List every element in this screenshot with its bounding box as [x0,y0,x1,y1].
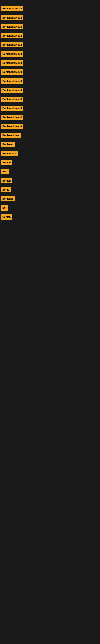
bottleneck-row: Bottleneck result [0,4,100,13]
bottleneck-badge[interactable]: Bottlen [1,214,12,220]
bottleneck-row: Bottlenec [0,194,100,203]
bottleneck-badge[interactable]: Bottleneck result [1,60,23,66]
bottleneck-row: Bottleneck result [0,31,100,40]
bottleneck-badge[interactable]: Bottleneck result [1,115,23,120]
bottleneck-row: Bottlen [0,212,100,222]
bottleneck-row: Bottleneck result [0,13,100,22]
empty-area [0,222,100,362]
items-container: Bottleneck resultBottleneck resultBottle… [0,3,100,222]
bottleneck-badge[interactable]: Bottleneck result [1,42,23,48]
bottleneck-badge[interactable]: Bottleneck result [1,15,23,20]
bottleneck-row: Bottleneck result [0,58,100,68]
bottleneck-row: Bottleneck result [0,94,100,104]
bottleneck-badge[interactable]: Bottleneck result [1,70,23,75]
bottleneck-badge[interactable]: Bottleneck res [1,133,21,138]
bottleneck-row: Bottle [0,185,100,194]
bottleneck-row: Bottleneck result [0,104,100,113]
bottleneck-badge[interactable]: Bottleneck result [1,88,23,93]
bottleneck-row: Bottleneck r [0,149,100,158]
cursor-line [2,364,2,368]
bottom-space [0,368,100,529]
bottleneck-row: Bottleneck result [0,49,100,58]
bottleneck-badge[interactable]: Bottleneck result [1,124,23,129]
page-content: Bottleneck resultBottleneck resultBottle… [0,0,100,529]
bottleneck-badge[interactable]: Bottlenec [1,142,15,147]
bottleneck-row: Bottleneck res [0,131,100,140]
bottleneck-badge[interactable]: Bottleneck r [1,151,18,156]
bottleneck-badge[interactable]: Bottleneck result [1,78,23,84]
bottleneck-badge[interactable]: Bottleneck result [1,96,23,102]
bottleneck-badge[interactable]: Bot [1,205,8,210]
bottleneck-badge[interactable]: Bottlenec [1,196,15,202]
bottleneck-row: Bott [0,167,100,176]
bottleneck-row: Bottleneck result [0,86,100,94]
bottleneck-row: Bottlen [0,176,100,185]
bottleneck-row: Bottleneck result [0,40,100,49]
bottleneck-row: Bottlen [0,158,100,167]
bottleneck-badge[interactable]: Bottlen [1,160,12,165]
bottleneck-badge[interactable]: Bottleneck result [1,33,23,38]
bottleneck-row: Bottleneck result [0,22,100,31]
bottleneck-badge[interactable]: Bottleneck result [1,51,23,56]
bottleneck-badge[interactable]: Bottleneck result [1,106,23,111]
bottleneck-badge[interactable]: Bottleneck result [1,24,23,30]
bottleneck-row: Bottleneck result [0,68,100,76]
bottleneck-badge[interactable]: Bottlen [1,178,12,183]
bottleneck-row: Bottleneck result [0,113,100,122]
bottleneck-badge[interactable]: Bott [1,169,9,174]
bottleneck-row: Bottlenec [0,140,100,149]
bottleneck-row: Bottleneck result [0,122,100,131]
bottleneck-badge[interactable]: Bottleneck result [1,6,23,11]
bottleneck-row: Bottleneck result [0,76,100,86]
bottleneck-row: Bot [0,203,100,212]
bottleneck-badge[interactable]: Bottle [1,187,11,192]
site-title [0,0,100,3]
